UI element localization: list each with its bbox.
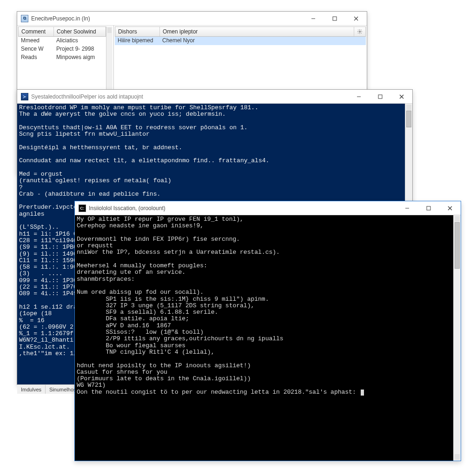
svg-rect-10 xyxy=(427,206,430,210)
cell: Sence W xyxy=(18,45,53,53)
console-text: My OP altiet IP repur IP grove FEN i9_1 … xyxy=(77,216,360,396)
cell: Reads xyxy=(18,53,53,62)
close-button[interactable] xyxy=(439,201,461,215)
cell: Minpowes aigm xyxy=(53,53,106,62)
right-column-header[interactable]: Dishors Omen ipleptor xyxy=(115,26,366,37)
cell: Aliciatics xyxy=(53,37,106,45)
maximize-button[interactable] xyxy=(370,90,391,103)
window-title: EnecitvePusepoc.in (In) xyxy=(31,15,90,22)
list-item[interactable]: MmeedAliciatics xyxy=(18,37,106,45)
left-column-header[interactable]: Comment Coher Soolwind xyxy=(18,26,106,37)
minimize-button[interactable] xyxy=(348,90,370,103)
close-button[interactable] xyxy=(391,90,412,103)
list-item[interactable]: ReadsMinpowes aigm xyxy=(18,53,106,62)
window-title: Insiiololol Isscation, (oroolount) xyxy=(89,205,165,212)
titlebar[interactable]: C: Insiiololol Isscation, (oroolount) xyxy=(75,201,461,215)
app-icon: ⧉ xyxy=(21,15,28,22)
minimize-button[interactable] xyxy=(397,201,418,215)
titlebar[interactable]: ⧉ EnecitvePusepoc.in (In) xyxy=(17,12,367,26)
text-cursor xyxy=(361,390,364,396)
scrollbar[interactable] xyxy=(453,215,461,461)
svg-rect-6 xyxy=(378,95,382,99)
cell: Mmeed xyxy=(18,37,53,45)
col-dishors[interactable]: Dishors xyxy=(115,27,160,36)
gear-icon[interactable] xyxy=(354,27,365,36)
col-comment[interactable]: Comment xyxy=(19,27,54,36)
cmd-window: C: Insiiololol Isscation, (oroolount) My… xyxy=(74,201,461,461)
powershell-icon: ≻ xyxy=(21,93,28,100)
svg-rect-1 xyxy=(333,17,337,20)
list-item[interactable]: Sence WProject 9- 2998 xyxy=(18,45,106,53)
cell: Chemel Nyor xyxy=(159,37,366,45)
close-button[interactable] xyxy=(345,12,367,25)
minimize-button[interactable] xyxy=(303,12,324,25)
console-output[interactable]: My OP altiet IP repur IP grove FEN i9_1 … xyxy=(75,215,453,461)
titlebar[interactable]: ≻ SyestaledocthnilloolPelper ios aold in… xyxy=(17,90,412,104)
cell: Hiiire bipemed xyxy=(115,37,159,45)
status-tab[interactable]: Imdulves xyxy=(17,385,46,394)
cmd-icon: C: xyxy=(79,205,86,212)
col-omen[interactable]: Omen ipleptor xyxy=(160,27,354,36)
svg-point-4 xyxy=(359,31,361,33)
maximize-button[interactable] xyxy=(418,201,439,215)
cell: Project 9- 2998 xyxy=(53,45,106,53)
window-title: SyestaledocthnilloolPelper ios aold inta… xyxy=(31,93,143,100)
col-coher[interactable]: Coher Soolwind xyxy=(54,27,106,36)
list-item[interactable]: Hiiire bipemedChemel Nyor xyxy=(115,37,366,45)
maximize-button[interactable] xyxy=(324,12,345,25)
